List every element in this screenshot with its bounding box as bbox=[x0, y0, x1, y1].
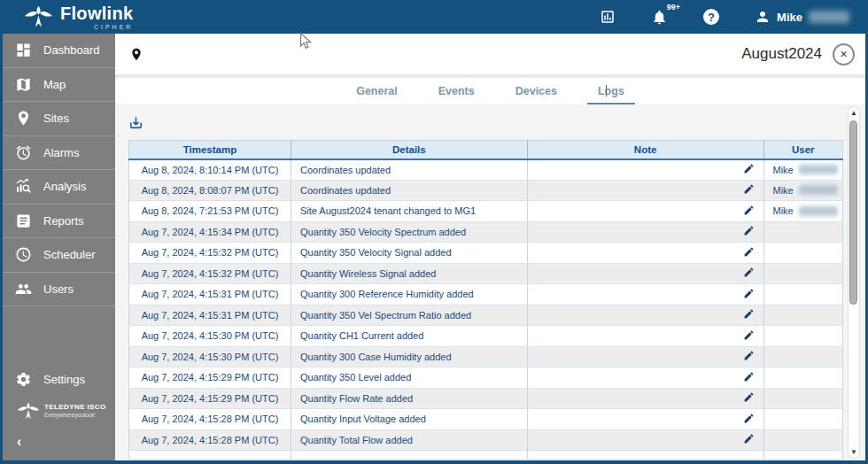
gear-icon bbox=[15, 371, 32, 388]
pencil-edit-icon bbox=[743, 163, 755, 174]
log-details: Quantity Wireless Signal added bbox=[291, 263, 527, 284]
sidebar-label: Map bbox=[43, 78, 66, 91]
download-logs-button[interactable] bbox=[128, 115, 143, 130]
app-window: Flowlink CIPHER 99+ ? Mike bbox=[0, 0, 868, 464]
brand-subtitle: CIPHER bbox=[94, 24, 133, 30]
scroll-up-arrow[interactable]: ▲ bbox=[848, 109, 860, 117]
sidebar-item-users[interactable]: Users bbox=[3, 273, 115, 307]
user-menu[interactable]: Mike bbox=[755, 9, 849, 25]
person-icon bbox=[755, 9, 771, 25]
tab-devices[interactable]: Devices bbox=[505, 78, 568, 104]
edit-note-button[interactable] bbox=[743, 374, 755, 384]
edit-note-button[interactable] bbox=[743, 228, 755, 238]
alarm-clock-icon bbox=[15, 144, 32, 161]
log-timestamp: Aug 8, 2024, 7:21:53 PM (UTC) bbox=[129, 201, 291, 222]
logs-panel: Timestamp Details Note User Aug 8, 2024,… bbox=[115, 104, 865, 460]
log-table-row: Aug 7, 2024, 4:15:31 PM (UTC) Quantity 3… bbox=[129, 305, 843, 326]
edit-note-button[interactable] bbox=[743, 290, 755, 301]
log-timestamp: Aug 7, 2024, 4:15:30 PM (UTC) bbox=[129, 346, 291, 367]
close-panel-button[interactable]: × bbox=[833, 43, 855, 66]
scroll-down-arrow[interactable]: ▼ bbox=[848, 448, 860, 456]
pencil-edit-icon bbox=[743, 413, 755, 424]
log-timestamp: Aug 7, 2024, 4:15:28 PM (UTC) bbox=[129, 409, 291, 430]
log-details: Quantity CH1 Current added bbox=[291, 326, 527, 347]
sidebar-label: Scheduler bbox=[43, 248, 96, 261]
teledyne-isco-logo: TELEDYNE ISCO Everywhereyoulook’ bbox=[3, 397, 115, 425]
log-timestamp: Aug 7, 2024, 4:15:32 PM (UTC) bbox=[129, 263, 291, 284]
edit-note-button[interactable] bbox=[743, 352, 755, 363]
edit-note-button[interactable] bbox=[743, 415, 755, 426]
brand-name: Flowlink bbox=[60, 4, 133, 22]
pencil-edit-icon bbox=[743, 246, 755, 258]
pencil-edit-icon bbox=[743, 225, 755, 236]
scrollbar-thumb[interactable] bbox=[849, 120, 857, 305]
log-details: Site August2024 tenant changed to MG1 bbox=[291, 201, 527, 222]
sidebar-item-settings[interactable]: Settings bbox=[3, 363, 115, 398]
sidebar-item-sites[interactable]: Sites bbox=[3, 102, 115, 136]
edit-note-button[interactable] bbox=[743, 166, 755, 176]
log-details: Quantity 300 Reference Humidity added bbox=[291, 284, 527, 305]
log-details: Quantity 350 Level added bbox=[291, 367, 527, 389]
log-user-name: Mike bbox=[773, 165, 794, 175]
tab-general[interactable]: General bbox=[345, 78, 408, 104]
pencil-edit-icon bbox=[743, 205, 755, 216]
log-table-row: Aug 7, 2024, 4:15:31 PM (UTC) Quantity 3… bbox=[129, 284, 843, 305]
log-timestamp bbox=[129, 451, 291, 460]
log-details bbox=[291, 451, 527, 460]
log-table-row: Aug 8, 2024, 8:10:14 PM (UTC) Coordinate… bbox=[129, 159, 843, 181]
logs-table: Timestamp Details Note User Aug 8, 2024,… bbox=[128, 140, 843, 460]
log-timestamp: Aug 7, 2024, 4:15:30 PM (UTC) bbox=[129, 326, 291, 347]
log-details: Quantity 350 Vel Spectrum Ratio added bbox=[291, 305, 527, 326]
edit-note-button[interactable] bbox=[743, 311, 755, 321]
chart-stats-button[interactable] bbox=[600, 9, 616, 25]
log-timestamp: Aug 7, 2024, 4:15:29 PM (UTC) bbox=[129, 388, 291, 409]
sidebar-item-map[interactable]: Map bbox=[3, 68, 115, 103]
edit-note-button[interactable] bbox=[743, 186, 755, 197]
edit-note-button[interactable] bbox=[743, 249, 755, 259]
sidebar-item-reports[interactable]: Reports bbox=[3, 205, 115, 239]
flowlink-logo[interactable]: Flowlink CIPHER bbox=[24, 4, 133, 30]
location-pin-icon bbox=[15, 110, 32, 127]
notifications-button[interactable]: 99+ bbox=[651, 9, 668, 26]
pencil-edit-icon bbox=[743, 350, 755, 361]
log-details: Coordinates updated bbox=[291, 159, 527, 181]
log-timestamp: Aug 7, 2024, 4:15:29 PM (UTC) bbox=[129, 367, 291, 389]
sidebar-label: Settings bbox=[43, 373, 85, 386]
column-header-details: Details bbox=[291, 141, 527, 159]
edit-note-button[interactable] bbox=[743, 269, 755, 280]
users-icon bbox=[15, 281, 32, 298]
log-timestamp: Aug 7, 2024, 4:15:28 PM (UTC) bbox=[129, 429, 291, 451]
edit-note-button[interactable] bbox=[743, 332, 755, 343]
sidebar-item-scheduler[interactable]: Scheduler bbox=[3, 238, 115, 273]
sidebar-nav: Dashboard Map Sites Alarms bbox=[3, 34, 115, 460]
sidebar-item-alarms[interactable]: Alarms bbox=[3, 136, 115, 171]
log-details: Quantity Input Voltage added bbox=[291, 409, 527, 430]
edit-note-button[interactable] bbox=[743, 207, 755, 218]
log-timestamp: Aug 7, 2024, 4:15:32 PM (UTC) bbox=[129, 243, 291, 264]
log-table-row: Aug 7, 2024, 4:15:28 PM (UTC) Quantity T… bbox=[129, 429, 843, 451]
edit-note-button[interactable] bbox=[743, 436, 755, 446]
log-user-name: Mike bbox=[773, 185, 794, 196]
flowlink-leaf-icon bbox=[24, 5, 53, 28]
bell-icon bbox=[651, 9, 668, 26]
chart-icon bbox=[600, 9, 616, 25]
log-timestamp: Aug 7, 2024, 4:15:31 PM (UTC) bbox=[129, 284, 291, 305]
log-timestamp: Aug 7, 2024, 4:15:31 PM (UTC) bbox=[129, 305, 291, 326]
edit-note-button[interactable] bbox=[743, 394, 755, 405]
vertical-scrollbar[interactable]: ▲ ▼ bbox=[848, 106, 860, 459]
help-button[interactable]: ? bbox=[703, 9, 719, 25]
sidebar-label: Sites bbox=[43, 112, 69, 125]
pencil-edit-icon bbox=[743, 433, 755, 445]
sidebar-collapse-button[interactable]: ‹ bbox=[3, 425, 115, 460]
close-icon: × bbox=[840, 48, 847, 60]
sidebar-label: Reports bbox=[43, 214, 84, 228]
tab-logs[interactable]: Logs bbox=[587, 78, 635, 104]
sidebar-item-analysis[interactable]: Analysis bbox=[3, 170, 115, 205]
log-table-row: Aug 7, 2024, 4:15:30 PM (UTC) Quantity C… bbox=[129, 326, 843, 347]
tab-events[interactable]: Events bbox=[428, 78, 485, 104]
log-table-row bbox=[129, 451, 843, 460]
log-table-row: Aug 7, 2024, 4:15:32 PM (UTC) Quantity W… bbox=[129, 263, 843, 284]
site-pin-icon bbox=[129, 45, 143, 64]
log-timestamp: Aug 8, 2024, 8:10:14 PM (UTC) bbox=[129, 159, 291, 181]
sidebar-item-dashboard[interactable]: Dashboard bbox=[3, 34, 115, 68]
